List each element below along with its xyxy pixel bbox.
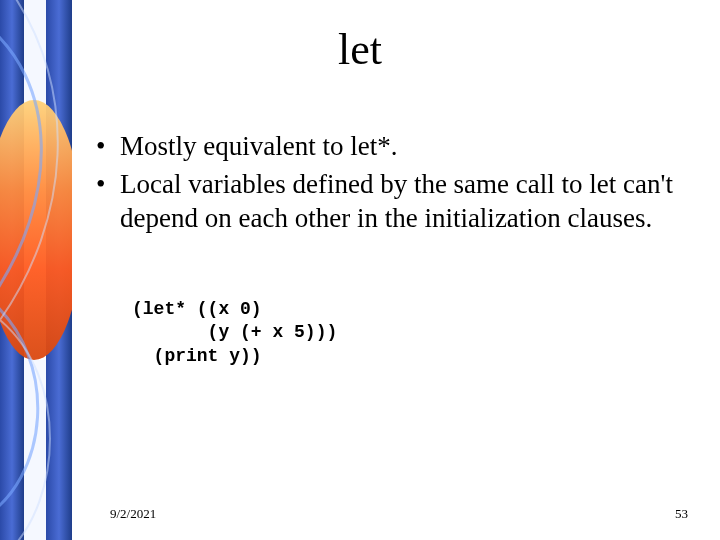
footer-page-number: 53 bbox=[675, 506, 688, 522]
footer-date: 9/2/2021 bbox=[110, 506, 156, 522]
bullet-item: Local variables defined by the same call… bbox=[90, 168, 702, 236]
sidebar-graphic bbox=[0, 0, 72, 540]
decorative-sidebar-svg bbox=[0, 0, 72, 540]
code-block: (let* ((x 0) (y (+ x 5))) (print y)) bbox=[132, 298, 337, 368]
slide-title: let bbox=[90, 24, 630, 75]
bullet-item: Mostly equivalent to let*. bbox=[90, 130, 702, 164]
slide: let Mostly equivalent to let*. Local var… bbox=[0, 0, 720, 540]
bullet-list: Mostly equivalent to let*. Local variabl… bbox=[90, 130, 702, 239]
content-area: let Mostly equivalent to let*. Local var… bbox=[90, 0, 710, 540]
